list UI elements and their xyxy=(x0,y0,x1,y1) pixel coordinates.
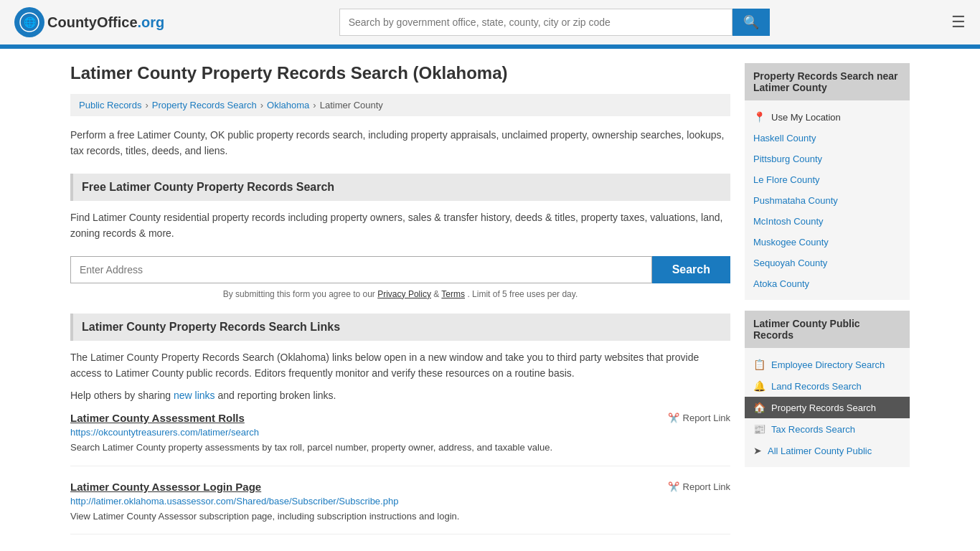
form-notice: By submitting this form you agree to our… xyxy=(70,289,730,299)
sidebar-item-leflore[interactable]: Le Flore County xyxy=(745,169,910,190)
sidebar-item-all-public[interactable]: ➤ All Latimer County Public xyxy=(745,440,910,461)
page-title: Latimer County Property Records Search (… xyxy=(70,63,730,83)
privacy-policy-link[interactable]: Privacy Policy xyxy=(377,289,431,299)
link-desc-1: Search Latimer County property assessmen… xyxy=(70,441,730,455)
breadcrumb-oklahoma[interactable]: Oklahoma xyxy=(267,100,309,110)
sidebar-item-sequoyah[interactable]: Sequoyah County xyxy=(745,253,910,273)
report-icon-1: ✂️ xyxy=(668,413,679,423)
sidebar-nearby-section: Property Records Search near Latimer Cou… xyxy=(745,63,910,300)
sidebar-use-location[interactable]: 📍 Use My Location xyxy=(745,106,910,128)
sidebar-public-records-title: Latimer County Public Records xyxy=(745,311,910,348)
link-title-2[interactable]: Latimer County Assessor Login Page xyxy=(70,481,261,493)
land-records-icon: 🔔 xyxy=(753,380,765,392)
breadcrumb: Public Records › Property Records Search… xyxy=(70,94,730,116)
header: 🌐 CountyOffice.org 🔍 ☰ xyxy=(0,0,980,47)
terms-link[interactable]: Terms xyxy=(441,289,465,299)
tax-records-icon: 📰 xyxy=(753,423,765,435)
property-records-icon: 🏠 xyxy=(753,402,765,413)
sidebar-item-atoka[interactable]: Atoka County xyxy=(745,273,910,294)
header-search-button[interactable]: 🔍 xyxy=(732,9,770,36)
page-description: Perform a free Latimer County, OK public… xyxy=(70,127,730,159)
svg-text:🌐: 🌐 xyxy=(24,17,37,29)
content-area: Latimer County Property Records Search (… xyxy=(70,63,730,549)
sidebar-item-pushmataha[interactable]: Pushmataha County xyxy=(745,190,910,211)
link-url-1[interactable]: https://okcountytreasurers.com/latimer/s… xyxy=(70,427,730,438)
header-search-area: 🔍 xyxy=(339,9,770,36)
pin-icon: 📍 xyxy=(753,111,765,123)
links-description: The Latimer County Property Records Sear… xyxy=(70,349,730,382)
sidebar-item-land-records[interactable]: 🔔 Land Records Search xyxy=(745,375,910,397)
help-text: Help others by sharing new links and rep… xyxy=(70,390,730,401)
report-link-2[interactable]: ✂️ Report Link xyxy=(668,481,730,492)
logo-area: 🌐 CountyOffice.org xyxy=(14,7,164,37)
free-search-description: Find Latimer County residential property… xyxy=(70,209,730,242)
link-title-1[interactable]: Latimer County Assessment Rolls xyxy=(70,412,245,424)
sidebar-item-mcintosh[interactable]: McIntosh County xyxy=(745,211,910,232)
sidebar-nearby-title: Property Records Search near Latimer Cou… xyxy=(745,63,910,100)
links-section-header: Latimer County Property Records Search L… xyxy=(70,314,730,341)
sidebar-item-property-records[interactable]: 🏠 Property Records Search xyxy=(745,397,910,418)
free-search-header: Free Latimer County Property Records Sea… xyxy=(70,174,730,201)
link-url-2[interactable]: http://latimer.oklahoma.usassessor.com/S… xyxy=(70,496,730,507)
breadcrumb-property-records-search[interactable]: Property Records Search xyxy=(152,100,257,110)
sidebar-item-tax-records[interactable]: 📰 Tax Records Search xyxy=(745,418,910,440)
sidebar-item-muskogee[interactable]: Muskogee County xyxy=(745,232,910,253)
logo-icon: 🌐 xyxy=(14,7,44,37)
all-public-icon: ➤ xyxy=(753,445,762,456)
link-desc-2: View Latimer County Assessor subscriptio… xyxy=(70,509,730,524)
sidebar-public-records-body: 📋 Employee Directory Search 🔔 Land Recor… xyxy=(745,348,910,467)
sidebar-item-employee-directory[interactable]: 📋 Employee Directory Search xyxy=(745,354,910,375)
main-container: Latimer County Property Records Search (… xyxy=(60,49,920,551)
sidebar-nearby-body: 📍 Use My Location Haskell County Pittsbu… xyxy=(745,100,910,300)
address-search-input[interactable] xyxy=(70,256,652,283)
report-icon-2: ✂️ xyxy=(668,481,679,492)
sidebar-item-haskell[interactable]: Haskell County xyxy=(745,128,910,149)
new-links-link[interactable]: new links xyxy=(174,390,215,401)
link-item: Latimer County Assessor Login Page ✂️ Re… xyxy=(70,481,730,535)
link-item: Latimer County Assessment Rolls ✂️ Repor… xyxy=(70,412,730,466)
hamburger-menu[interactable]: ☰ xyxy=(951,13,966,32)
address-search-button[interactable]: Search xyxy=(652,256,730,283)
breadcrumb-public-records[interactable]: Public Records xyxy=(79,100,141,110)
header-search-input[interactable] xyxy=(339,9,732,36)
employee-directory-icon: 📋 xyxy=(753,359,765,370)
report-link-1[interactable]: ✂️ Report Link xyxy=(668,413,730,423)
address-search-form: Search xyxy=(70,256,730,283)
breadcrumb-current: Latimer County xyxy=(320,100,383,110)
logo-text: CountyOffice.org xyxy=(47,14,164,31)
sidebar-item-pittsburg[interactable]: Pittsburg County xyxy=(745,149,910,169)
sidebar: Property Records Search near Latimer Cou… xyxy=(745,63,910,549)
sidebar-public-records-section: Latimer County Public Records 📋 Employee… xyxy=(745,311,910,467)
